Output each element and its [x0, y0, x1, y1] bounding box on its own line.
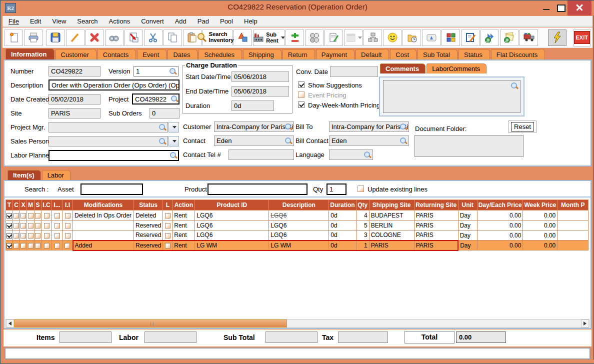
language-field[interactable] [329, 150, 373, 160]
edit-button[interactable] [66, 30, 84, 46]
tab-status[interactable]: Status [458, 49, 490, 60]
product-search-input[interactable] [208, 184, 308, 195]
new-order-button[interactable] [4, 30, 23, 46]
shortcut-key-button[interactable] [422, 30, 440, 46]
row-check-c[interactable] [14, 233, 19, 238]
search-icon[interactable] [159, 138, 166, 145]
bill-contact-field[interactable]: Eden [329, 136, 409, 146]
shipping-truck-button[interactable] [520, 30, 538, 46]
col-header[interactable]: I.C [42, 200, 52, 210]
row-check-s[interactable] [35, 223, 40, 228]
menu-help[interactable]: Help [244, 18, 258, 25]
show-suggestions-checkbox[interactable] [298, 82, 304, 88]
col-header[interactable]: S [34, 200, 42, 210]
delete-button[interactable] [86, 30, 104, 46]
search-icon[interactable] [400, 138, 407, 144]
col-header-product-id[interactable]: Product ID [195, 200, 269, 210]
row-check-x[interactable] [20, 223, 26, 228]
row-check-i[interactable] [54, 223, 60, 228]
col-header[interactable]: M [27, 200, 34, 210]
col-header[interactable]: T [6, 200, 13, 210]
project-field[interactable]: CO429822 [132, 94, 180, 104]
table-row-selected[interactable]: Added Reserved Rent LG WM LG WM 0d 1 PAR… [6, 240, 588, 250]
day-week-month-checkbox[interactable] [298, 102, 304, 108]
chevron-down-icon[interactable] [281, 36, 285, 39]
search-icon[interactable] [170, 68, 176, 75]
sub-rent-button[interactable]: Sub Rent [253, 30, 284, 46]
start-date-field[interactable]: 05/06/2018 [232, 72, 289, 82]
tab-sub-total[interactable]: Sub Total [418, 49, 458, 60]
row-check-i[interactable] [54, 243, 60, 248]
tab-flat-discounts[interactable]: Flat Discounts [491, 49, 545, 60]
sales-person-field[interactable] [48, 136, 168, 146]
row-check-l[interactable] [165, 213, 170, 218]
conv-date-field[interactable] [330, 66, 378, 77]
row-check-t[interactable] [6, 233, 12, 238]
customer-field[interactable]: Intra-Company for Paris Sit [214, 122, 294, 132]
row-check-ii[interactable] [65, 223, 70, 228]
col-header-month-price[interactable]: Month P [558, 200, 588, 210]
contact-field[interactable]: Eden [214, 136, 294, 146]
row-check-i[interactable] [54, 233, 60, 238]
cut-button[interactable] [144, 30, 162, 46]
version-field[interactable]: 1 [134, 66, 178, 76]
horizontal-scrollbar[interactable] [6, 319, 590, 328]
row-check-l[interactable] [165, 233, 170, 238]
sub-orders-field[interactable]: 0 [150, 108, 180, 118]
sales-person-dropdown-button[interactable] [168, 136, 179, 146]
tab-return[interactable]: Return [282, 49, 315, 60]
tab-labor[interactable]: Labor [42, 170, 70, 180]
search-icon[interactable] [159, 124, 166, 131]
col-header[interactable]: I.I [62, 200, 73, 210]
tab-information[interactable]: Information [6, 48, 54, 60]
tab-cost[interactable]: Cost [390, 49, 416, 60]
scrollbar-thumb[interactable] [14, 320, 287, 328]
row-check-m[interactable] [28, 213, 34, 218]
search-icon[interactable] [171, 96, 178, 102]
tab-comments[interactable]: Comments [380, 64, 426, 74]
col-header-day-price[interactable]: Day/Each Price [477, 200, 523, 210]
export-button[interactable] [124, 30, 143, 46]
row-check-ic[interactable] [44, 243, 50, 248]
row-check-s[interactable] [35, 213, 40, 218]
col-header-status[interactable]: Status [134, 200, 163, 210]
search-icon[interactable] [285, 138, 292, 144]
menu-add[interactable]: Add [175, 18, 186, 25]
table-row[interactable]: Reserved Rent LGQ6 LGQ6 0d 5 BERLIN PARI… [6, 220, 588, 230]
tab-dates[interactable]: Dates [168, 49, 198, 60]
row-check-x[interactable] [20, 213, 26, 218]
menu-actions[interactable]: Actions [109, 18, 130, 25]
save-button[interactable] [46, 30, 65, 46]
row-check-i[interactable] [54, 213, 60, 218]
project-mgr-dropdown-button[interactable] [168, 122, 179, 132]
menu-search[interactable]: Search [77, 18, 98, 25]
add-item-button[interactable] [286, 30, 304, 46]
copy-button[interactable] [164, 30, 182, 46]
site-field[interactable]: PARIS [48, 108, 100, 118]
graphics-button[interactable] [234, 30, 252, 46]
scroll-left-button[interactable] [6, 320, 14, 328]
search-icon[interactable] [170, 152, 177, 159]
table-row[interactable]: Deleted In Ops Order Deleted Rent LGQ6 L… [6, 210, 588, 220]
table-row[interactable]: Reserved Rent LGQ6 LGQ6 0d 3 COLOGNE PAR… [6, 230, 588, 240]
row-check-ii[interactable] [65, 233, 70, 238]
print-button[interactable] [24, 30, 42, 46]
end-date-field[interactable]: 05/06/2018 [232, 86, 289, 96]
search-icon[interactable] [364, 152, 371, 158]
row-check-c[interactable] [14, 223, 19, 228]
description-field[interactable]: Order with Operation Order (Ops Order) (… [48, 80, 180, 90]
search-icon[interactable] [400, 124, 407, 130]
menu-file[interactable]: File [8, 18, 19, 25]
col-header-description[interactable]: Description [269, 200, 329, 210]
edit-note-button[interactable] [461, 30, 480, 46]
maximize-button[interactable] [554, 0, 568, 16]
search-icon[interactable] [285, 124, 292, 130]
quick-action-button[interactable] [548, 30, 566, 46]
row-check-t[interactable] [6, 243, 12, 248]
customer-smiley-button[interactable] [383, 30, 402, 46]
history-folder-button[interactable] [402, 30, 421, 46]
update-existing-lines-checkbox[interactable] [358, 186, 364, 192]
search-inventory-button[interactable]: Search Inventory [202, 30, 232, 46]
invoice-button[interactable] [500, 30, 518, 46]
row-check-t[interactable] [6, 223, 12, 228]
